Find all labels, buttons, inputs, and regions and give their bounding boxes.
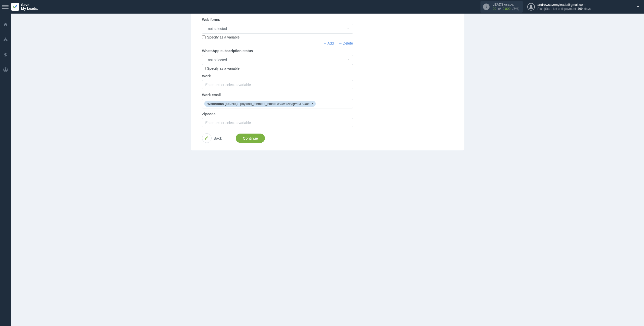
back-button[interactable]: Back: [202, 133, 222, 143]
svg-rect-1: [486, 7, 487, 8]
leads-usage-badge[interactable]: LEADS usage: 90 of 2'000 (5%): [480, 1, 523, 13]
delete-button[interactable]: Delete: [339, 41, 353, 45]
field-label: Zipcode: [202, 112, 353, 116]
form-card: Web forms - not selected - Specify as a …: [191, 14, 464, 150]
work-email-input[interactable]: Webhooks (source) | payload_member_email…: [202, 99, 353, 108]
field-label: Work: [202, 74, 353, 78]
continue-button[interactable]: Continue: [236, 134, 265, 143]
svg-point-7: [5, 68, 6, 70]
remove-tag-button[interactable]: ✕: [311, 102, 314, 105]
field-work-email: Work email Webhooks (source) | payload_m…: [202, 93, 353, 108]
user-menu[interactable]: andrewsavemyleads@gmail.com Plan |Start|…: [527, 3, 591, 11]
chevron-down-icon[interactable]: [636, 5, 640, 9]
logo-text: Save My Leads.: [21, 3, 38, 11]
field-label: WhatsApp subscription status: [202, 49, 353, 53]
main-content: Web forms - not selected - Specify as a …: [11, 14, 644, 160]
chevron-down-icon: [346, 27, 349, 30]
checkbox-input[interactable]: [202, 67, 206, 70]
work-input[interactable]: [202, 80, 353, 89]
logo-icon: [11, 3, 19, 11]
sidebar-item-account[interactable]: [0, 65, 11, 74]
svg-rect-5: [6, 40, 8, 41]
field-zipcode: Zipcode: [202, 112, 353, 127]
logo[interactable]: Save My Leads.: [11, 3, 38, 11]
app-header: Save My Leads. LEADS usage: 90 of 2'000 …: [0, 0, 644, 14]
leads-usage-label: LEADS usage:: [493, 3, 519, 7]
zipcode-input[interactable]: [202, 118, 353, 127]
field-whatsapp-status: WhatsApp subscription status - not selec…: [202, 49, 353, 70]
svg-point-2: [530, 5, 532, 7]
field-label: Web forms: [202, 18, 353, 22]
web-forms-select[interactable]: - not selected -: [202, 24, 353, 34]
sidebar: [0, 14, 11, 160]
minus-icon: [339, 42, 342, 45]
field-label: Work email: [202, 93, 353, 97]
svg-point-0: [486, 6, 487, 6]
chevron-down-icon: [346, 58, 349, 61]
avatar-icon: [527, 3, 535, 11]
svg-rect-3: [5, 37, 6, 38]
pencil-icon: [202, 133, 212, 143]
sidebar-item-billing[interactable]: [0, 50, 11, 59]
leads-usage-value: 90 of 2'000 (5%): [493, 7, 519, 11]
specify-variable-checkbox[interactable]: Specify as a variable: [202, 35, 353, 39]
add-button[interactable]: Add: [324, 41, 334, 45]
select-value: - not selected -: [206, 27, 229, 31]
specify-variable-checkbox[interactable]: Specify as a variable: [202, 66, 353, 70]
field-web-forms: Web forms - not selected - Specify as a …: [202, 18, 353, 45]
info-icon: [483, 4, 490, 10]
svg-rect-4: [4, 40, 5, 41]
variable-tag: Webhooks (source) | payload_member_email…: [204, 101, 316, 107]
plus-icon: [324, 42, 327, 45]
whatsapp-status-select[interactable]: - not selected -: [202, 55, 353, 65]
sidebar-item-home[interactable]: [0, 20, 11, 29]
user-email: andrewsavemyleads@gmail.com: [537, 3, 591, 7]
user-plan: Plan |Start| left until payment 369 days: [537, 7, 591, 11]
field-work: Work: [202, 74, 353, 89]
checkbox-input[interactable]: [202, 35, 206, 39]
menu-toggle-button[interactable]: [2, 4, 9, 10]
select-value: - not selected -: [206, 58, 229, 62]
sidebar-item-connections[interactable]: [0, 35, 11, 44]
